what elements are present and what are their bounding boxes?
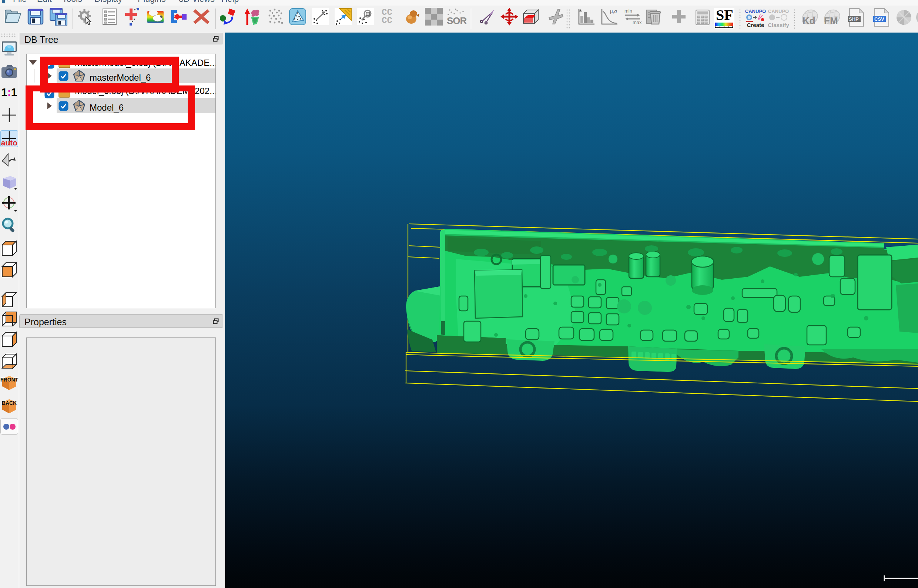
svg-text:SHP: SHP — [849, 16, 859, 22]
svg-text:CSV: CSV — [874, 16, 884, 22]
svg-text:min: min — [624, 8, 632, 14]
svg-text:μ,σ: μ,σ — [610, 8, 617, 14]
svg-text:Kd: Kd — [803, 15, 815, 26]
svg-text:FM: FM — [824, 15, 838, 26]
svg-text:max: max — [633, 19, 642, 25]
